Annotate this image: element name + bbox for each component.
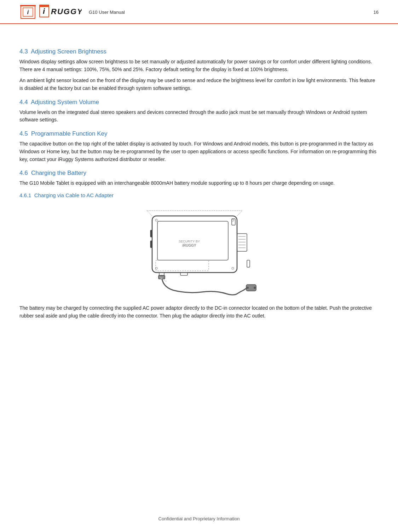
- section-461-label: 4.6.1: [19, 192, 31, 198]
- logo-text-label: i RUGGY: [39, 5, 82, 20]
- section-44-title: Adjusting System Volume: [31, 99, 99, 105]
- svg-text:i: i: [43, 7, 46, 16]
- section-43-para2: An ambient light sensor located on the f…: [19, 77, 377, 92]
- svg-rect-13: [150, 230, 152, 237]
- logo-svg: i RUGGY: [39, 5, 82, 17]
- diagram-container: SECURITY BY iRUGGY: [19, 205, 377, 297]
- svg-rect-9: [40, 5, 49, 7]
- section-461-heading: 4.6.1 Charging via Cable to AC Adapter: [19, 192, 377, 198]
- section-46-label: 4.6: [19, 170, 28, 176]
- section-461-title: Charging via Cable to AC Adapter: [34, 192, 114, 198]
- section-45-label: 4.5: [19, 130, 28, 137]
- section-43-title: Adjusting Screen Brightness: [31, 48, 106, 55]
- content-area: 4.3 Adjusting Screen Brightness Windows …: [0, 31, 398, 334]
- svg-text:i: i: [27, 9, 29, 15]
- section-46-title: Charging the Battery: [31, 170, 86, 176]
- svg-point-32: [232, 219, 234, 221]
- section-46: 4.6 Charging the Battery The G10 Mobile …: [19, 170, 377, 187]
- svg-rect-12: [232, 219, 235, 225]
- logo: i i RUGGY: [19, 4, 82, 21]
- page: i i RUGGY G10 User Manual 16: [0, 0, 398, 532]
- tablet-charging-diagram: SECURITY BY iRUGGY: [131, 205, 265, 297]
- svg-marker-3: [20, 5, 36, 6]
- svg-point-28: [254, 287, 256, 289]
- section-44-para1: Volume levels on the integrated dual ste…: [19, 109, 377, 124]
- section-44-heading: 4.4 Adjusting System Volume: [19, 99, 377, 106]
- section-45-title: Programmable Function Key: [31, 130, 107, 137]
- section-43: 4.3 Adjusting Screen Brightness Windows …: [19, 48, 377, 92]
- section-44-label: 4.4: [19, 99, 28, 105]
- section-46-heading: 4.6 Charging the Battery: [19, 170, 377, 177]
- section-461: 4.6.1 Charging via Cable to AC Adapter: [19, 192, 377, 320]
- section-45: 4.5 Programmable Function Key The capaci…: [19, 130, 377, 163]
- section-43-label: 4.3: [19, 48, 28, 55]
- svg-text:RUGGY: RUGGY: [51, 7, 82, 16]
- svg-text:iRUGGY: iRUGGY: [182, 244, 196, 247]
- section-45-heading: 4.5 Programmable Function Key: [19, 130, 377, 137]
- logo-icon: i: [19, 4, 36, 21]
- doc-title: G10 User Manual: [82, 10, 374, 15]
- section-45-para1: The capacitive button on the top right o…: [19, 140, 377, 163]
- svg-point-31: [155, 219, 157, 221]
- svg-point-27: [247, 287, 249, 289]
- page-number: 16: [374, 10, 379, 15]
- section-43-heading: 4.3 Adjusting Screen Brightness: [19, 48, 377, 55]
- section-46-para1: The G10 Mobile Tablet is equipped with a…: [19, 179, 377, 187]
- svg-point-34: [232, 267, 234, 269]
- svg-rect-14: [150, 241, 152, 248]
- section-43-para1: Windows display settings allow screen br…: [19, 58, 377, 73]
- section-44: 4.4 Adjusting System Volume Volume level…: [19, 99, 377, 124]
- footer: Confidential and Proprietary Information: [0, 516, 398, 521]
- svg-rect-17: [156, 260, 209, 271]
- svg-rect-30: [247, 260, 250, 267]
- header: i i RUGGY G10 User Manual 16: [0, 0, 398, 24]
- svg-text:SECURITY BY: SECURITY BY: [179, 240, 200, 243]
- footer-text: Confidential and Proprietary Information: [158, 516, 240, 521]
- section-461-para1: The battery may be charged by connecting…: [19, 304, 377, 320]
